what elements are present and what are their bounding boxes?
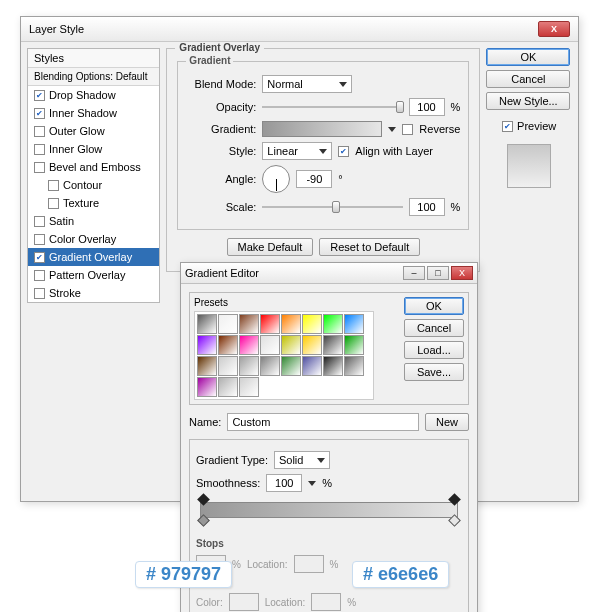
style-row-color-overlay[interactable]: Color Overlay xyxy=(28,230,159,248)
style-label: Drop Shadow xyxy=(49,89,116,101)
blend-mode-select[interactable]: Normal xyxy=(262,75,352,93)
preview-swatch xyxy=(507,144,551,188)
preset-swatch[interactable] xyxy=(260,335,280,355)
close-icon[interactable]: X xyxy=(451,266,473,280)
ge-save-button[interactable]: Save... xyxy=(404,363,464,381)
style-checkbox[interactable] xyxy=(34,288,45,299)
angle-input[interactable] xyxy=(296,170,332,188)
preset-swatch[interactable] xyxy=(218,377,238,397)
preset-swatch[interactable] xyxy=(344,356,364,376)
chevron-down-icon[interactable] xyxy=(388,127,396,132)
name-input[interactable] xyxy=(227,413,419,431)
preset-swatch[interactable] xyxy=(197,377,217,397)
preset-swatch[interactable] xyxy=(239,335,259,355)
preset-swatch[interactable] xyxy=(197,335,217,355)
gradient-editor-titlebar[interactable]: Gradient Editor – □ X xyxy=(181,263,477,284)
opacity-slider[interactable] xyxy=(262,106,402,108)
style-checkbox[interactable] xyxy=(34,216,45,227)
align-checkbox[interactable] xyxy=(338,146,349,157)
gradient-editor-dialog: Gradient Editor – □ X Presets OK Cancel … xyxy=(180,262,478,612)
preset-swatch[interactable] xyxy=(239,356,259,376)
ge-load-button[interactable]: Load... xyxy=(404,341,464,359)
chevron-down-icon[interactable] xyxy=(308,481,316,486)
ge-cancel-button[interactable]: Cancel xyxy=(404,319,464,337)
reverse-checkbox[interactable] xyxy=(402,124,413,135)
cancel-button[interactable]: Cancel xyxy=(486,70,570,88)
preset-swatch[interactable] xyxy=(218,356,238,376)
color-stop-left[interactable] xyxy=(197,514,210,527)
color-stop-right[interactable] xyxy=(448,514,461,527)
reset-default-button[interactable]: Reset to Default xyxy=(319,238,420,256)
ok-button[interactable]: OK xyxy=(486,48,570,66)
opacity-input[interactable] xyxy=(409,98,445,116)
gradient-swatch[interactable] xyxy=(262,121,382,137)
style-checkbox[interactable] xyxy=(34,90,45,101)
close-icon[interactable]: X xyxy=(538,21,570,37)
gradient-label: Gradient: xyxy=(186,123,256,135)
ge-new-button[interactable]: New xyxy=(425,413,469,431)
preset-swatch[interactable] xyxy=(302,356,322,376)
style-row-texture[interactable]: Texture xyxy=(28,194,159,212)
panel-title: Gradient Overlay xyxy=(175,42,264,53)
scale-slider[interactable] xyxy=(262,206,402,208)
style-checkbox[interactable] xyxy=(34,144,45,155)
preset-swatch[interactable] xyxy=(323,356,343,376)
smoothness-input[interactable] xyxy=(266,474,302,492)
style-checkbox[interactable] xyxy=(34,234,45,245)
gradient-bar[interactable] xyxy=(200,502,458,518)
preset-swatch[interactable] xyxy=(218,314,238,334)
style-checkbox[interactable] xyxy=(48,180,59,191)
angle-wheel[interactable] xyxy=(262,165,290,193)
style-row-inner-glow[interactable]: Inner Glow xyxy=(28,140,159,158)
minimize-icon[interactable]: – xyxy=(403,266,425,280)
style-row-stroke[interactable]: Stroke xyxy=(28,284,159,302)
styles-header[interactable]: Styles xyxy=(28,49,159,68)
preset-swatch[interactable] xyxy=(239,377,259,397)
preset-swatch[interactable] xyxy=(302,335,322,355)
opacity-stop-left[interactable] xyxy=(197,493,210,506)
opacity-stop-right[interactable] xyxy=(448,493,461,506)
style-checkbox[interactable] xyxy=(48,198,59,209)
style-label: Style: xyxy=(186,145,256,157)
style-checkbox[interactable] xyxy=(34,162,45,173)
ge-ok-button[interactable]: OK xyxy=(404,297,464,315)
preview-checkbox[interactable] xyxy=(502,121,513,132)
preset-swatch[interactable] xyxy=(281,356,301,376)
blending-header[interactable]: Blending Options: Default xyxy=(28,68,159,86)
angle-label: Angle: xyxy=(186,173,256,185)
style-row-bevel-and-emboss[interactable]: Bevel and Emboss xyxy=(28,158,159,176)
style-row-pattern-overlay[interactable]: Pattern Overlay xyxy=(28,266,159,284)
style-row-satin[interactable]: Satin xyxy=(28,212,159,230)
preset-swatch[interactable] xyxy=(344,335,364,355)
preset-swatch[interactable] xyxy=(218,335,238,355)
style-checkbox[interactable] xyxy=(34,270,45,281)
maximize-icon[interactable]: □ xyxy=(427,266,449,280)
preset-swatch[interactable] xyxy=(323,335,343,355)
preset-swatch[interactable] xyxy=(260,356,280,376)
preset-swatch[interactable] xyxy=(281,314,301,334)
style-select[interactable]: Linear xyxy=(262,142,332,160)
style-checkbox[interactable] xyxy=(34,108,45,119)
gradient-type-select[interactable]: Solid xyxy=(274,451,330,469)
preset-swatch[interactable] xyxy=(302,314,322,334)
preset-swatch[interactable] xyxy=(323,314,343,334)
preset-swatch[interactable] xyxy=(344,314,364,334)
preset-swatch[interactable] xyxy=(281,335,301,355)
preset-swatch[interactable] xyxy=(260,314,280,334)
style-checkbox[interactable] xyxy=(34,126,45,137)
style-row-outer-glow[interactable]: Outer Glow xyxy=(28,122,159,140)
style-label: Gradient Overlay xyxy=(49,251,132,263)
style-checkbox[interactable] xyxy=(34,252,45,263)
style-row-inner-shadow[interactable]: Inner Shadow xyxy=(28,104,159,122)
preset-swatch[interactable] xyxy=(197,314,217,334)
style-row-gradient-overlay[interactable]: Gradient Overlay xyxy=(28,248,159,266)
make-default-button[interactable]: Make Default xyxy=(227,238,314,256)
preset-swatch[interactable] xyxy=(197,356,217,376)
style-row-contour[interactable]: Contour xyxy=(28,176,159,194)
new-style-button[interactable]: New Style... xyxy=(486,92,570,110)
layer-style-titlebar[interactable]: Layer Style X xyxy=(21,17,578,42)
style-label: Color Overlay xyxy=(49,233,116,245)
style-row-drop-shadow[interactable]: Drop Shadow xyxy=(28,86,159,104)
preset-swatch[interactable] xyxy=(239,314,259,334)
scale-input[interactable] xyxy=(409,198,445,216)
